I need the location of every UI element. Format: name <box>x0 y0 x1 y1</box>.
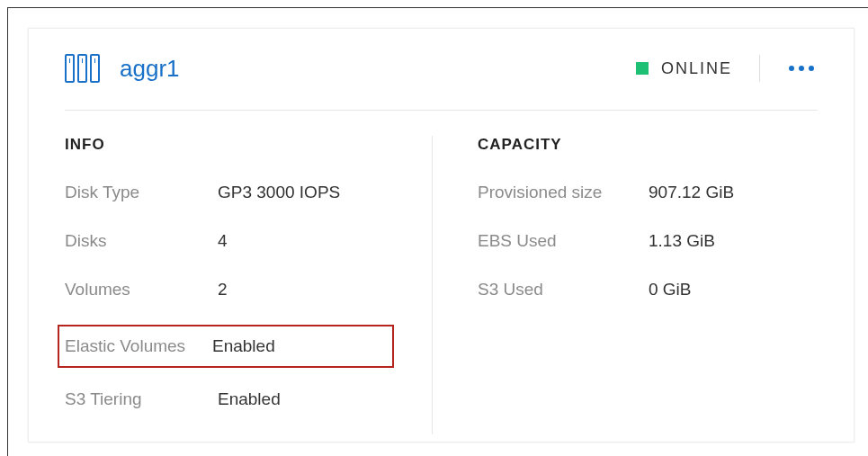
value: Enabled <box>218 389 281 409</box>
label: S3 Used <box>478 280 649 300</box>
card-body: INFO Disk Type GP3 3000 IOPS Disks 4 Vol… <box>65 111 818 434</box>
info-row-elastic-volumes: Elastic Volumes Enabled <box>65 328 387 364</box>
status-indicator: ONLINE <box>636 59 732 78</box>
value: Enabled <box>212 336 275 356</box>
info-column: INFO Disk Type GP3 3000 IOPS Disks 4 Vol… <box>65 136 433 434</box>
value: 4 <box>218 231 228 251</box>
info-row-disks: Disks 4 <box>65 228 405 255</box>
capacity-column: CAPACITY Provisioned size 907.12 GiB EBS… <box>433 136 818 434</box>
card-header: aggr1 ONLINE <box>65 54 818 111</box>
capacity-row-provisioned: Provisioned size 907.12 GiB <box>478 179 818 206</box>
aggregate-card: aggr1 ONLINE INFO Disk Type GP3 3000 IOP… <box>28 28 855 443</box>
capacity-row-s3-used: S3 Used 0 GiB <box>478 276 818 303</box>
value: 1.13 GiB <box>649 231 715 251</box>
status-text: ONLINE <box>661 59 732 78</box>
capacity-row-ebs-used: EBS Used 1.13 GiB <box>478 228 818 255</box>
more-actions-button[interactable] <box>785 62 818 75</box>
info-heading: INFO <box>65 136 405 154</box>
value: 0 GiB <box>649 280 692 300</box>
info-row-disk-type: Disk Type GP3 3000 IOPS <box>65 179 405 206</box>
label: S3 Tiering <box>65 389 218 409</box>
aggregate-title[interactable]: aggr1 <box>120 55 636 83</box>
info-row-s3-tiering: S3 Tiering Enabled <box>65 386 405 413</box>
value: 907.12 GiB <box>649 183 734 202</box>
label: Elastic Volumes <box>65 336 212 356</box>
ellipsis-icon <box>799 66 804 71</box>
aggregate-icon <box>65 54 100 83</box>
info-row-volumes: Volumes 2 <box>65 276 405 303</box>
ellipsis-icon <box>809 66 814 71</box>
divider <box>759 55 760 82</box>
label: Provisioned size <box>478 183 649 202</box>
label: EBS Used <box>478 231 649 251</box>
page-frame: aggr1 ONLINE INFO Disk Type GP3 3000 IOP… <box>7 7 868 456</box>
value: GP3 3000 IOPS <box>218 183 340 202</box>
highlight-box: Elastic Volumes Enabled <box>58 325 394 368</box>
label: Disk Type <box>65 183 218 202</box>
label: Disks <box>65 231 218 251</box>
status-dot-icon <box>636 62 649 75</box>
ellipsis-icon <box>789 66 794 71</box>
label: Volumes <box>65 280 218 300</box>
capacity-heading: CAPACITY <box>478 136 818 154</box>
value: 2 <box>218 280 228 300</box>
